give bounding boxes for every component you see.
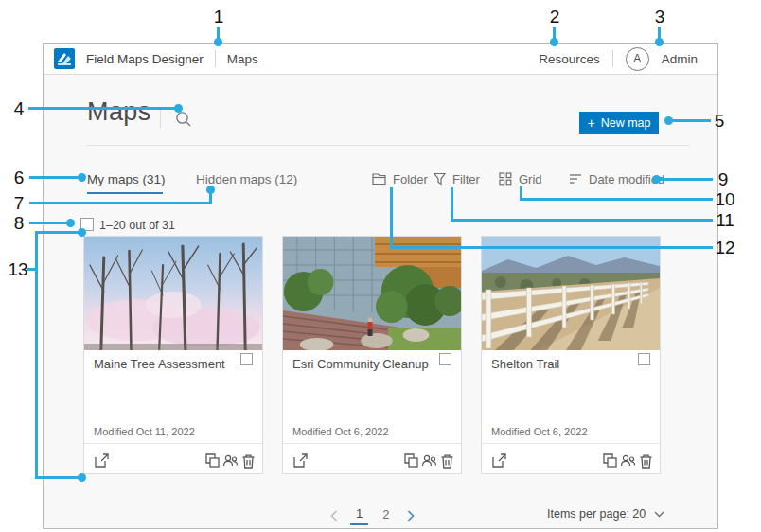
header-right: Resources A Admin [539,47,698,71]
callout-line-4 [28,107,178,110]
tab-hidden-maps[interactable]: Hidden maps (12) [196,172,297,186]
callout-line-10 [520,198,713,201]
new-map-label: New map [601,116,651,130]
share-group-icon[interactable] [421,452,437,469]
callout-number-2: 2 [550,8,560,27]
grid-view-button[interactable]: Grid [499,170,542,187]
map-card: Esri Community Cleanup Modified Oct 6, 2… [282,236,462,474]
callout-number-10: 10 [715,190,734,209]
app-header: Field Maps Designer Maps Resources A Adm… [44,44,717,75]
folder-label: Folder [393,172,428,186]
callout-number-1: 1 [214,8,224,27]
header-divider [215,50,216,67]
callout-dot-3 [655,38,664,46]
card-thumbnail[interactable] [84,237,262,350]
items-per-page-dropdown[interactable]: Items per page: 20 [547,507,664,521]
user-menu[interactable]: Admin [662,52,698,66]
card-thumbnail[interactable] [283,237,461,350]
card-modified-date: Modified Oct 6, 2022 [491,426,588,437]
field-maps-logo-icon [54,48,75,69]
filter-label: Filter [452,172,480,186]
open-map-icon[interactable] [94,452,110,469]
selection-count-label: 1–20 out of 31 [99,219,175,232]
delete-icon[interactable] [240,453,257,470]
card-title[interactable]: Maine Tree Assessment [94,357,225,371]
card-checkbox[interactable] [240,353,253,365]
card-checkbox[interactable] [638,353,650,365]
callout-dot-9 [652,175,661,184]
prev-page-icon[interactable] [327,508,342,523]
callout-number-6: 6 [14,168,25,187]
sort-button[interactable]: Date modified [569,170,664,187]
callout-number-13: 13 [8,260,27,279]
duplicate-icon[interactable] [204,452,221,469]
duplicate-icon[interactable] [602,452,618,469]
delete-icon[interactable] [439,453,455,470]
pagination: 1 2 [327,505,418,525]
delete-icon[interactable] [638,453,654,470]
duplicate-icon[interactable] [403,452,419,469]
callout-number-8: 8 [14,214,25,233]
grid-icon [499,172,512,186]
callout-dot-2 [550,38,558,46]
map-card: Shelton Trail Modified Oct 6, 2022 [481,236,661,474]
callout-number-7: 7 [14,194,25,213]
callout-line-5 [669,119,711,122]
map-card: Maine Tree Assessment Modified Oct 11, 2… [83,236,263,474]
open-map-icon[interactable] [292,452,309,469]
callout-line-12 [390,246,713,249]
callout-number-11: 11 [716,211,734,230]
chevron-down-icon [654,507,664,521]
open-map-icon[interactable] [491,452,507,469]
card-divider [84,443,262,444]
callout-line-13b [35,231,38,479]
page-2[interactable]: 2 [377,506,395,524]
callout-dot-13a [78,228,86,237]
card-title[interactable]: Shelton Trail [491,357,559,371]
header-divider-2 [612,50,613,67]
callout-dot-6 [78,173,86,182]
card-modified-date: Modified Oct 6, 2022 [292,426,389,437]
grid-label: Grid [519,172,542,186]
callout-line-6 [29,176,81,179]
new-map-button[interactable]: + New map [579,112,659,134]
app-title: Field Maps Designer [86,52,204,66]
nav-maps[interactable]: Maps [227,52,258,66]
callout-line-13c [35,231,81,234]
header-left: Field Maps Designer Maps [54,48,258,69]
callout-dot-13b [78,473,86,482]
callout-line-12b [390,187,393,249]
share-group-icon[interactable] [222,452,239,469]
callout-line-7 [29,202,212,204]
callout-number-5: 5 [715,112,725,131]
callout-line-8 [29,222,70,224]
callout-dot-8 [66,219,75,227]
next-page-icon[interactable] [403,508,418,523]
callout-dot-7 [206,186,215,194]
avatar[interactable]: A [626,47,649,71]
card-thumbnail[interactable] [482,237,660,350]
callout-line-9 [660,178,713,181]
active-tab-underline [87,192,163,194]
callout-number-9: 9 [718,170,729,189]
title-divider [160,107,161,128]
nav-resources[interactable]: Resources [539,52,600,66]
search-icon[interactable] [174,110,193,129]
share-group-icon[interactable] [620,452,636,469]
folder-icon [372,173,386,186]
sort-icon [569,173,582,185]
tab-my-maps[interactable]: My maps (31) [87,172,166,186]
card-checkbox[interactable] [439,353,451,365]
card-title[interactable]: Esri Community Cleanup [292,357,429,371]
content-area: Maps + New map My maps (31) Hidden maps … [44,75,717,528]
title-rule [86,145,690,146]
callout-line-11b [451,187,453,222]
folder-button[interactable]: Folder [372,170,428,187]
callout-line-13d [35,476,81,479]
filter-button[interactable]: Filter [434,170,480,187]
items-per-page-label: Items per page: 20 [547,507,646,521]
page-1[interactable]: 1 [350,505,368,525]
page-title: Maps [87,98,151,127]
callout-number-4: 4 [14,99,25,118]
screenshot: Field Maps Designer Maps Resources A Adm… [0,0,761,532]
